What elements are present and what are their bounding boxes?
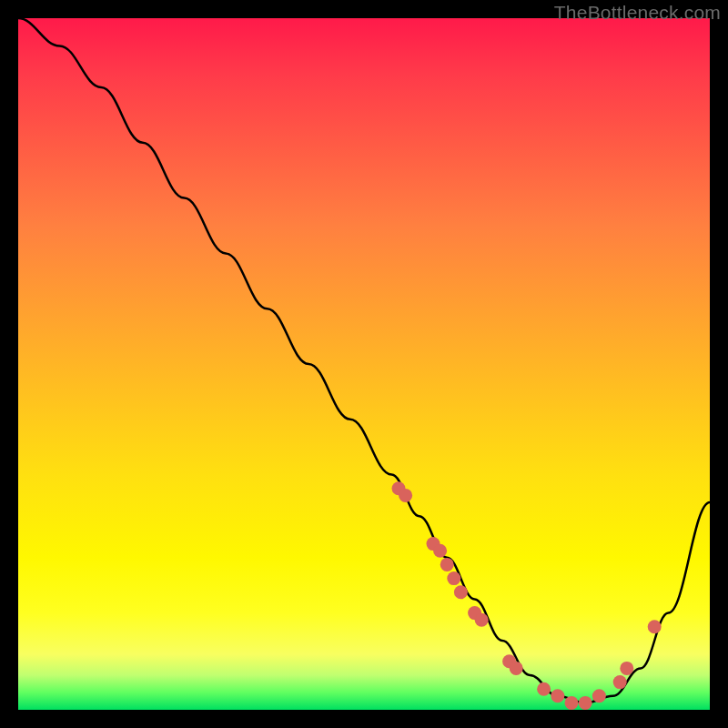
data-point bbox=[454, 585, 468, 599]
data-point bbox=[475, 613, 489, 627]
data-point bbox=[565, 696, 579, 710]
plot-area bbox=[18, 18, 710, 710]
data-points bbox=[392, 481, 662, 710]
data-point bbox=[620, 662, 633, 675]
data-point bbox=[579, 696, 592, 710]
data-point bbox=[440, 558, 454, 571]
data-point bbox=[510, 662, 523, 675]
data-point bbox=[537, 682, 551, 696]
data-point bbox=[433, 544, 447, 558]
data-point bbox=[613, 675, 627, 689]
chart-frame: TheBottleneck.com bbox=[0, 0, 728, 728]
data-point bbox=[399, 489, 412, 502]
bottleneck-curve bbox=[18, 18, 710, 703]
chart-svg bbox=[18, 18, 710, 710]
data-point bbox=[648, 620, 662, 633]
data-point bbox=[592, 689, 606, 703]
watermark-text: TheBottleneck.com bbox=[554, 2, 721, 24]
data-point bbox=[447, 571, 460, 585]
data-point bbox=[551, 689, 564, 703]
